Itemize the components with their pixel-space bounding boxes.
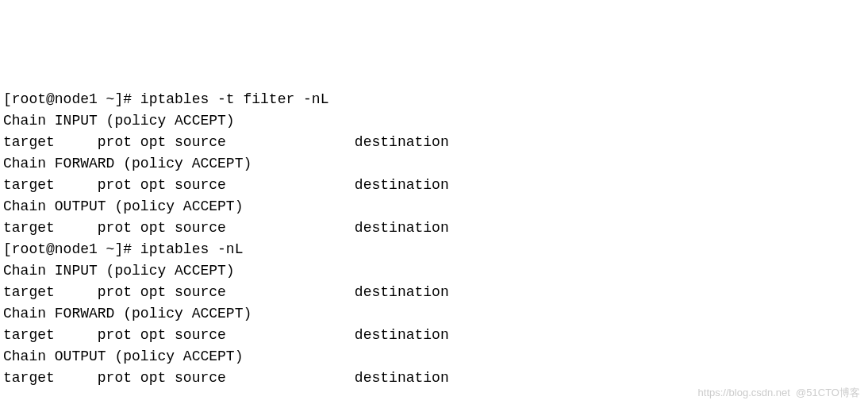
terminal-line: Chain INPUT (policy ACCEPT) <box>3 260 865 282</box>
watermark-text: https://blog.csdn.net @51CTO博客 <box>698 385 860 401</box>
terminal-output[interactable]: [root@node1 ~]# iptables -t filter -nLCh… <box>3 89 865 389</box>
terminal-line: target prot opt source destination <box>3 132 865 153</box>
terminal-line: target prot opt source destination <box>3 217 865 239</box>
terminal-line: [root@node1 ~]# iptables -t filter -nL <box>3 89 865 110</box>
terminal-line: Chain INPUT (policy ACCEPT) <box>3 110 865 132</box>
terminal-line: Chain FORWARD (policy ACCEPT) <box>3 303 865 325</box>
terminal-line: target prot opt source destination <box>3 175 865 196</box>
terminal-line: target prot opt source destination <box>3 325 865 346</box>
terminal-line: [root@node1 ~]# iptables -nL <box>3 239 865 260</box>
terminal-line: Chain FORWARD (policy ACCEPT) <box>3 153 865 175</box>
terminal-line: Chain OUTPUT (policy ACCEPT) <box>3 196 865 217</box>
terminal-line: Chain OUTPUT (policy ACCEPT) <box>3 346 865 368</box>
terminal-line: target prot opt source destination <box>3 282 865 303</box>
